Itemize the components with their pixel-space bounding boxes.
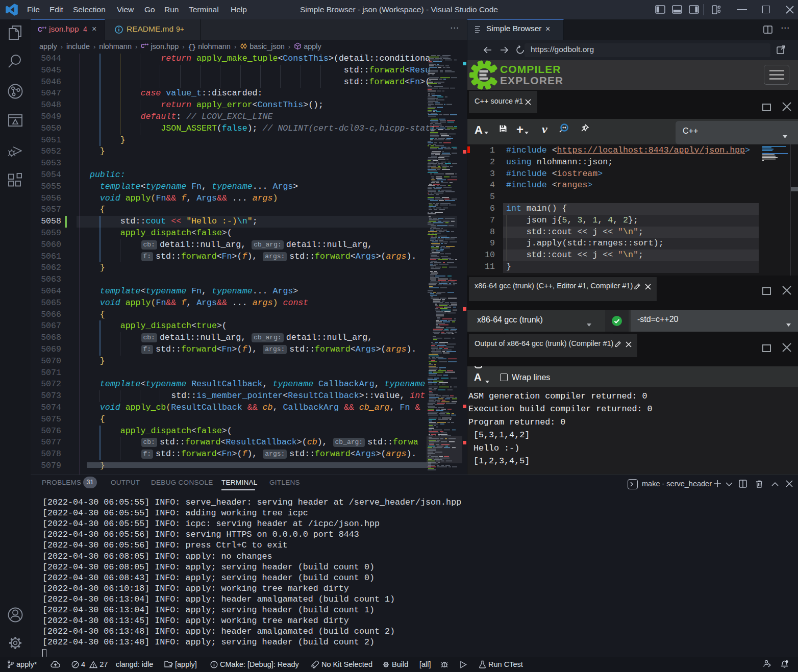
svg-text:++: ++ xyxy=(42,26,46,31)
svg-text:++: ++ xyxy=(144,43,148,47)
